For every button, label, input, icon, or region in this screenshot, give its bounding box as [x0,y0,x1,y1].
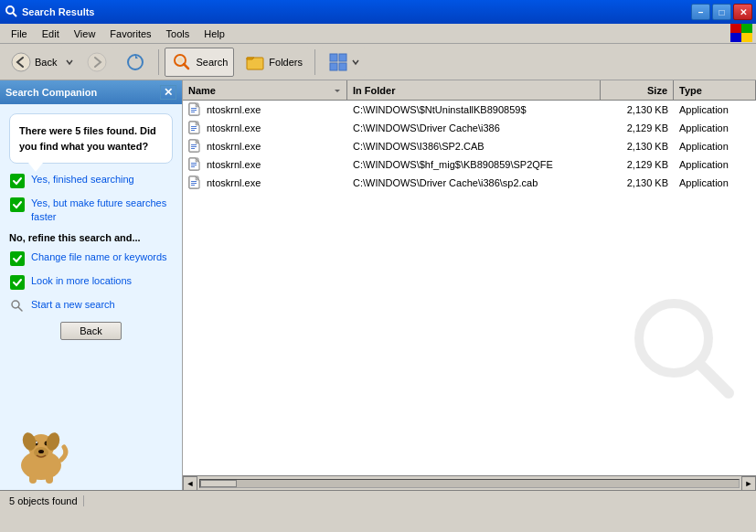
exe-file-icon [188,102,203,117]
table-row[interactable]: ntoskrnl.exe C:\WINDOWS\Driver Cache\i38… [183,119,756,137]
forward-icon [86,51,108,73]
back-dropdown[interactable] [63,48,76,77]
svg-rect-64 [191,185,195,186]
dog-area [0,417,182,490]
left-pane-close-button[interactable]: ✕ [160,85,176,100]
file-name-cell: ntoskrnl.exe [183,120,347,136]
folders-icon [244,51,266,73]
svg-rect-62 [191,181,197,182]
svg-rect-44 [191,126,197,127]
svg-point-0 [6,6,14,14]
menu-edit[interactable]: Edit [35,27,67,41]
views-icon [327,51,349,73]
change-filename-option[interactable]: Change file name or keywords [9,250,173,267]
col-header-type[interactable]: Type [674,80,756,100]
minimize-button[interactable]: – [691,4,710,20]
svg-rect-46 [191,130,195,131]
back-button[interactable]: Back [4,48,63,77]
svg-marker-42 [189,122,199,133]
back-btn-container: Back [9,322,173,340]
scroll-left-button[interactable]: ◄ [183,476,197,491]
file-name: ntoskrnl.exe [207,122,261,133]
table-row[interactable]: ntoskrnl.exe C:\WINDOWS\Driver Cache\i38… [183,174,756,192]
col-header-size[interactable]: Size [601,80,674,100]
file-folder-cell: C:\WINDOWS\I386\SP2.CAB [347,140,601,153]
svg-point-6 [12,53,30,71]
table-row[interactable]: ntoskrnl.exe C:\WINDOWS\$NtUninstallKB89… [183,101,756,119]
scroll-track[interactable] [199,479,740,488]
exe-file-icon [188,176,203,190]
menu-view[interactable]: View [67,27,103,41]
file-size-cell: 2,130 KB [601,140,674,153]
svg-rect-45 [191,128,197,129]
more-locations-option[interactable]: Look in more locations [9,274,173,291]
status-text: 5 objects found [4,495,84,506]
svg-marker-36 [189,103,199,115]
file-name-cell: ntoskrnl.exe [183,101,347,118]
exe-file-icon [188,139,203,154]
svg-rect-39 [191,110,197,111]
col-header-name[interactable]: Name [183,80,347,100]
file-size-cell: 2,129 KB [601,158,674,171]
svg-rect-56 [191,163,197,164]
svg-point-28 [36,442,37,443]
main-content: Search Companion ✕ There were 5 files fo… [0,80,756,490]
refine-options: Change file name or keywords Look in mor… [9,250,173,314]
left-pane-header: Search Companion ✕ [0,80,182,104]
refresh-icon [124,51,146,73]
svg-line-22 [18,307,22,311]
search-button[interactable]: Search [165,48,234,77]
file-size-cell: 2,129 KB [601,122,674,134]
scroll-thumb[interactable] [200,480,237,487]
file-folder-cell: C:\WINDOWS\Driver Cache\i386\sp2.cab [347,176,601,189]
new-search-option[interactable]: Start a new search [9,298,173,314]
col-header-folder[interactable]: In Folder [347,80,601,100]
forward-button[interactable] [80,48,114,77]
refresh-button[interactable] [118,48,153,77]
search-icon [171,51,193,73]
maximize-button[interactable]: □ [712,4,731,20]
right-pane: Name In Folder Size Type [183,80,756,490]
table-row[interactable]: ntoskrnl.exe C:\WINDOWS\I386\SP2.CAB2,13… [183,137,756,155]
yes-finished-option[interactable]: Yes, finished searching [9,173,173,189]
file-size-cell: 2,130 KB [601,176,674,189]
file-name: ntoskrnl.exe [207,177,261,188]
svg-rect-19 [10,251,25,266]
xp-flag-icon [730,24,752,44]
window-title: Search Results [22,6,94,17]
file-name: ntoskrnl.exe [207,104,261,115]
svg-rect-13 [330,54,337,61]
green-arrow-icon-4 [9,274,26,291]
toolbar-separator-1 [158,49,159,75]
table-row[interactable]: ntoskrnl.exe C:\WINDOWS\$hf_mig$\KB89085… [183,155,756,174]
toolbar: Back [0,44,756,80]
close-button[interactable]: ✕ [733,4,752,20]
back-button-left[interactable]: Back [60,322,121,340]
svg-rect-5 [741,33,752,42]
yes-faster-option[interactable]: Yes, but make future searches faster [9,197,173,225]
green-arrow-icon-2 [9,197,26,213]
file-size-cell: 2,130 KB [601,103,674,116]
folders-button[interactable]: Folders [238,48,309,77]
search-small-icon [9,298,26,314]
column-headers: Name In Folder Size Type [183,80,756,101]
svg-rect-33 [29,474,37,484]
svg-point-30 [38,450,44,453]
svg-rect-52 [191,148,195,149]
svg-marker-54 [189,158,199,170]
svg-rect-40 [191,112,195,112]
exe-file-icon [188,157,203,172]
menu-file[interactable]: File [4,27,35,41]
nav-back-group: Back [4,48,76,77]
views-button[interactable] [321,48,366,77]
svg-rect-38 [191,108,197,109]
scroll-right-button[interactable]: ► [741,476,756,491]
file-folder-cell: C:\WINDOWS\$hf_mig$\KB890859\SP2QFE [347,158,601,171]
menu-favorites[interactable]: Favorites [102,27,158,41]
svg-rect-20 [10,275,25,290]
menu-tools[interactable]: Tools [159,27,197,41]
title-bar-controls: – □ ✕ [691,4,752,20]
companion-message-text: There were 5 files found. Did you find w… [19,125,156,152]
menu-help[interactable]: Help [197,27,232,41]
file-list: ntoskrnl.exe C:\WINDOWS\$NtUninstallKB89… [183,101,756,475]
